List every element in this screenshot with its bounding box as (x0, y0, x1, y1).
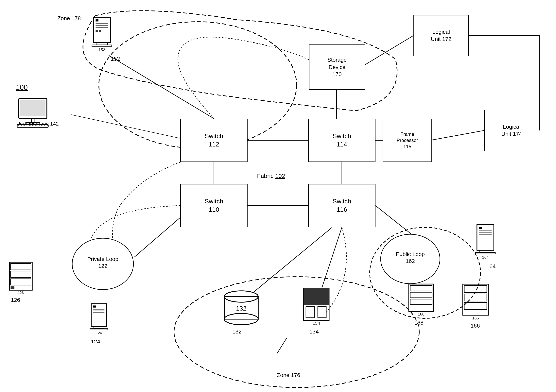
svg-text:Public Loop: Public Loop (396, 251, 425, 257)
svg-rect-77 (410, 285, 432, 291)
svg-text:126: 126 (18, 291, 24, 295)
svg-text:Private Loop: Private Loop (87, 256, 118, 262)
svg-rect-64 (479, 227, 482, 229)
svg-text:152: 152 (99, 48, 105, 52)
svg-rect-67 (479, 234, 492, 235)
svg-text:134: 134 (313, 321, 320, 326)
private-loop-122-icon: Private Loop 122 (71, 237, 134, 291)
frame-processor-115-label: FrameProcessor115 (397, 131, 418, 150)
svg-rect-72 (464, 285, 487, 292)
svg-text:122: 122 (98, 263, 108, 269)
svg-rect-57 (306, 306, 314, 318)
user-interface-icon (16, 97, 55, 129)
svg-text:168: 168 (418, 312, 424, 316)
switch-114-label: Switch114 (332, 132, 351, 148)
svg-line-12 (320, 227, 342, 292)
storage-132-icon: 132 (221, 287, 261, 326)
svg-line-13 (376, 206, 415, 237)
logical-unit-172-label: LogicalUnit 172 (431, 29, 451, 43)
svg-rect-78 (410, 292, 432, 298)
svg-rect-45 (93, 309, 105, 310)
svg-rect-20 (96, 19, 99, 21)
svg-rect-32 (26, 123, 40, 124)
svg-rect-22 (96, 25, 108, 26)
svg-rect-73 (464, 294, 487, 301)
label-124: 124 (91, 338, 100, 345)
switch-110-box: Switch110 (180, 184, 247, 227)
svg-rect-58 (318, 306, 326, 318)
server-166-icon: 166 (461, 283, 490, 322)
label-132: 132 (232, 328, 242, 335)
svg-line-14 (134, 217, 180, 257)
storage-device-170-label: StorageDevice170 (327, 56, 347, 78)
label-126: 126 (11, 297, 20, 304)
logical-unit-174-box: LogicalUnit 174 (484, 110, 539, 151)
svg-rect-56 (304, 288, 329, 305)
switch-116-box: Switch116 (308, 184, 376, 227)
svg-rect-25 (99, 30, 101, 32)
svg-rect-66 (479, 232, 492, 233)
svg-rect-37 (9, 262, 32, 290)
svg-rect-33 (17, 124, 48, 127)
label-168: 168 (414, 319, 424, 326)
svg-line-10 (109, 55, 214, 119)
svg-text:162: 162 (406, 258, 415, 264)
svg-rect-46 (93, 311, 105, 311)
svg-text:166: 166 (472, 316, 479, 320)
switch-114-box: Switch114 (308, 119, 376, 162)
logical-unit-174-label: LogicalUnit 174 (502, 123, 522, 138)
svg-rect-65 (479, 231, 492, 231)
svg-rect-23 (96, 27, 108, 28)
svg-line-11 (253, 227, 332, 292)
svg-rect-44 (93, 305, 96, 307)
server-126-icon: 126 (8, 261, 34, 297)
server-124-icon: 124 (85, 302, 113, 338)
svg-rect-31 (31, 118, 34, 123)
switch-112-label: Switch112 (205, 132, 223, 148)
switch-110-label: Switch110 (205, 197, 223, 214)
svg-line-5 (430, 131, 484, 140)
svg-rect-30 (20, 100, 46, 116)
label-152: 152 (111, 55, 120, 62)
svg-rect-49 (90, 329, 108, 330)
label-134: 134 (309, 328, 319, 335)
svg-rect-71 (463, 284, 488, 315)
svg-line-81 (277, 338, 287, 354)
svg-line-7 (364, 36, 413, 65)
svg-rect-27 (92, 45, 112, 46)
svg-rect-38 (11, 263, 31, 270)
storage-device-170-box: StorageDevice170 (309, 45, 365, 90)
svg-text:132: 132 (236, 305, 246, 312)
svg-rect-41 (11, 286, 15, 289)
svg-rect-24 (96, 30, 98, 32)
server-164-icon: 164 (471, 223, 500, 263)
svg-text:124: 124 (96, 331, 102, 335)
svg-point-17 (174, 277, 419, 387)
diagram-100-label: 100 (16, 83, 28, 92)
svg-rect-69 (476, 253, 495, 254)
svg-line-15 (71, 115, 180, 138)
switch-116-label: Switch116 (332, 197, 351, 214)
svg-rect-40 (11, 279, 31, 285)
zone-176-label: Zone 176 (277, 372, 300, 379)
svg-rect-47 (93, 312, 105, 313)
server-168-icon: 168 (407, 283, 435, 318)
frame-processor-115-box: FrameProcessor115 (383, 119, 432, 162)
svg-rect-79 (410, 299, 432, 305)
svg-text:164: 164 (482, 255, 489, 260)
label-164: 164 (486, 263, 496, 270)
switch-112-box: Switch112 (180, 119, 247, 162)
logical-unit-172-box: LogicalUnit 172 (413, 15, 469, 56)
svg-rect-39 (11, 271, 31, 277)
zone-178-label: Zone 178 (57, 15, 81, 22)
storage-134-icon: 134 (301, 287, 332, 326)
public-loop-162-icon: Public Loop 162 (380, 233, 441, 285)
server-152-icon: 152 (87, 16, 117, 55)
fabric-102-label: Fabric 102 (257, 172, 285, 180)
label-166: 166 (471, 322, 480, 329)
svg-rect-74 (464, 302, 487, 310)
svg-rect-21 (96, 23, 108, 24)
